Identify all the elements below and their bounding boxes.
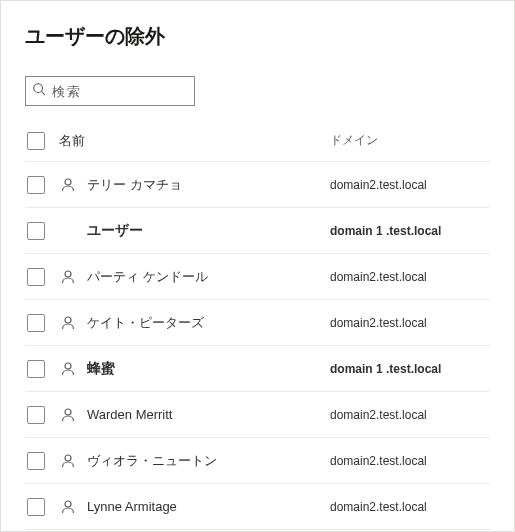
user-domain: domain2.test.local bbox=[330, 316, 490, 330]
svg-point-6 bbox=[65, 363, 71, 369]
row-checkbox[interactable] bbox=[27, 314, 45, 332]
svg-point-7 bbox=[65, 409, 71, 415]
svg-point-4 bbox=[65, 271, 71, 277]
user-name: ヴィオラ・ニュートン bbox=[87, 452, 217, 470]
person-icon bbox=[59, 360, 77, 378]
user-name: パーティ ケンドール bbox=[87, 268, 208, 286]
user-domain: domain2.test.local bbox=[330, 454, 490, 468]
search-input[interactable] bbox=[52, 84, 220, 99]
row-checkbox[interactable] bbox=[27, 268, 45, 286]
person-icon bbox=[59, 176, 77, 194]
row-checkbox[interactable] bbox=[27, 498, 45, 516]
user-name: ユーザー bbox=[87, 222, 143, 240]
row-checkbox[interactable] bbox=[27, 406, 45, 424]
search-box[interactable] bbox=[25, 76, 195, 106]
page-title: ユーザーの除外 bbox=[25, 23, 490, 50]
column-header-name[interactable]: 名前 bbox=[59, 132, 330, 150]
user-name: ケイト・ピーターズ bbox=[87, 314, 204, 332]
svg-point-9 bbox=[65, 501, 71, 507]
row-checkbox[interactable] bbox=[27, 176, 45, 194]
person-icon bbox=[59, 268, 77, 286]
table-row[interactable]: Lynne Armitagedomain2.test.local bbox=[25, 484, 490, 530]
table-row[interactable]: Warden Merrittdomain2.test.local bbox=[25, 392, 490, 438]
table-row[interactable]: ケイト・ピーターズdomain2.test.local bbox=[25, 300, 490, 346]
row-checkbox[interactable] bbox=[27, 452, 45, 470]
svg-point-8 bbox=[65, 455, 71, 461]
table-row[interactable]: テリー カマチョdomain2.test.local bbox=[25, 162, 490, 208]
select-all-checkbox[interactable] bbox=[27, 132, 45, 150]
user-name: テリー カマチョ bbox=[87, 176, 182, 194]
table-row[interactable]: ユーザーdomain 1 .test.local bbox=[25, 208, 490, 254]
user-domain: domain 1 .test.local bbox=[330, 362, 490, 376]
user-domain: domain2.test.local bbox=[330, 500, 490, 514]
table-row[interactable]: ヴィオラ・ニュートンdomain2.test.local bbox=[25, 438, 490, 484]
user-domain: domain2.test.local bbox=[330, 408, 490, 422]
user-domain: domain2.test.local bbox=[330, 178, 490, 192]
user-name: 蜂蜜 bbox=[87, 360, 115, 378]
exclude-users-panel: ユーザーの除外 名前 ドメイン テリー カマチョdomain2.test.loc… bbox=[1, 1, 514, 530]
svg-point-5 bbox=[65, 317, 71, 323]
row-checkbox[interactable] bbox=[27, 222, 45, 240]
person-icon bbox=[59, 314, 77, 332]
person-icon bbox=[59, 452, 77, 470]
user-name: Lynne Armitage bbox=[87, 499, 177, 514]
table-row[interactable]: パーティ ケンドールdomain2.test.local bbox=[25, 254, 490, 300]
users-table: 名前 ドメイン テリー カマチョdomain2.test.localユーザーdo… bbox=[25, 120, 490, 530]
svg-point-2 bbox=[65, 179, 71, 185]
person-icon bbox=[59, 498, 77, 516]
user-domain: domain2.test.local bbox=[330, 270, 490, 284]
table-header: 名前 ドメイン bbox=[25, 120, 490, 162]
svg-point-0 bbox=[34, 84, 43, 93]
user-domain: domain 1 .test.local bbox=[330, 224, 490, 238]
user-name: Warden Merritt bbox=[87, 407, 172, 422]
row-checkbox[interactable] bbox=[27, 360, 45, 378]
search-icon bbox=[32, 82, 46, 100]
column-header-domain[interactable]: ドメイン bbox=[330, 132, 490, 149]
svg-line-1 bbox=[42, 92, 46, 96]
person-icon bbox=[59, 406, 77, 424]
table-row[interactable]: 蜂蜜domain 1 .test.local bbox=[25, 346, 490, 392]
